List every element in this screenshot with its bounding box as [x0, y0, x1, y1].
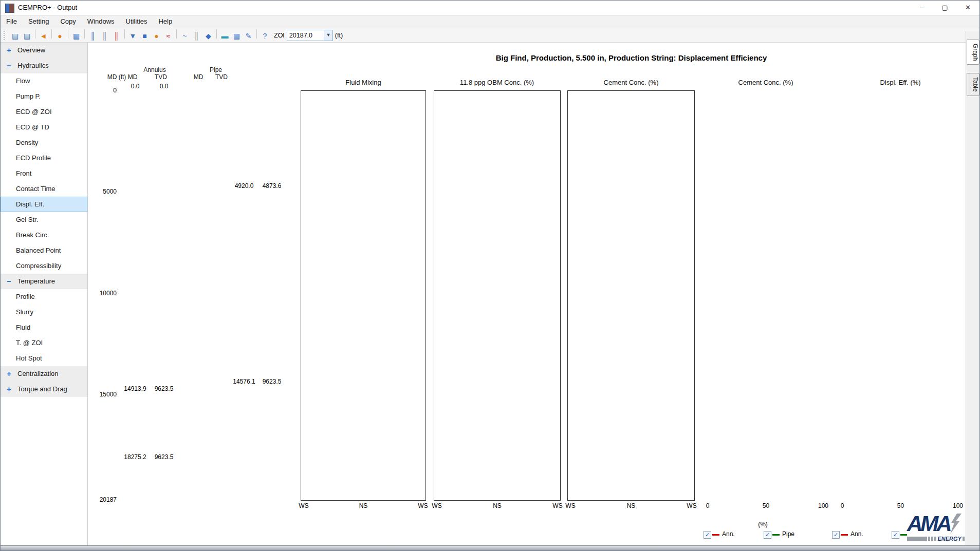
collapse-icon[interactable]: − — [7, 274, 11, 289]
sidebar-item-label: Temperature — [17, 277, 55, 285]
colorbar — [435, 515, 559, 523]
sidebar-item-label: ECD Profile — [16, 154, 51, 162]
sidebar-item-gel-str[interactable]: Gel Str. — [1, 212, 87, 227]
toolbar-separator — [176, 29, 177, 39]
sidebar-item-fluid[interactable]: Fluid — [1, 320, 87, 335]
export-report-icon[interactable]: ▤ — [10, 31, 21, 41]
casing-icon[interactable]: ║ — [99, 31, 110, 41]
zoi-label: ZOI — [274, 32, 285, 39]
expand-icon[interactable]: + — [7, 366, 11, 382]
depth-tick-label: 5000 — [96, 188, 117, 195]
sidebar-item-flow[interactable]: Flow — [1, 73, 87, 89]
close-button[interactable]: ✕ — [956, 1, 979, 15]
sidebar-item-slurry[interactable]: Slurry — [1, 305, 87, 320]
toolbar-separator — [256, 29, 257, 39]
menu-file[interactable]: File — [1, 15, 23, 28]
edit-icon[interactable]: ✎ — [243, 31, 254, 41]
sidebar-item-ecd-zoi[interactable]: ECD @ ZOI — [1, 104, 87, 120]
heatmap-fluid-mixing — [301, 90, 426, 501]
sidebar-item-displ-eff[interactable]: Displ. Eff. — [1, 197, 87, 212]
sidebar-item-label: Centralization — [17, 370, 59, 377]
axis-tick-label: 100 — [818, 502, 828, 509]
sidebar-item-compressibility[interactable]: Compressibility — [1, 258, 87, 274]
zoi-combobox[interactable]: 20187.0 ▼ — [287, 30, 333, 41]
sidebar-item-overview[interactable]: +Overview — [1, 43, 87, 58]
sidebar-item-centralization[interactable]: +Centralization — [1, 366, 87, 382]
pipe-flow-icon[interactable]: ║ — [191, 31, 202, 41]
panel-title-fluid-mixing: Fluid Mixing — [345, 79, 381, 86]
legend-dash — [712, 534, 719, 536]
table-icon[interactable]: ▦ — [231, 31, 242, 41]
animation-icon[interactable]: ▦ — [71, 31, 82, 41]
tank-icon[interactable]: ■ — [139, 31, 150, 41]
sidebar-item-front[interactable]: Front — [1, 166, 87, 181]
sidebar-item-ecd-profile[interactable]: ECD Profile — [1, 150, 87, 166]
ama-energy-logo: AMA ENERGY — [907, 514, 965, 546]
help-icon[interactable]: ? — [260, 31, 270, 41]
sidebar-item-temperature[interactable]: −Temperature — [1, 274, 87, 289]
status-bar — [1, 545, 979, 550]
title-bar: CEMPRO+ - Output – ▢ ✕ — [1, 1, 979, 15]
sidebar-item-balanced-point[interactable]: Balanced Point — [1, 243, 87, 258]
export-word-icon[interactable]: ▤ — [22, 31, 32, 41]
sidebar-item-contact-time[interactable]: Contact Time — [1, 181, 87, 197]
heatmap-x-label: NS — [493, 502, 502, 509]
sidebar-item-hot-spot[interactable]: Hot Spot — [1, 351, 87, 366]
legend-series-label: Ann. — [722, 530, 735, 538]
sidebar-item-label: Torque and Drag — [17, 385, 67, 393]
checkbox[interactable]: ✓ — [832, 531, 840, 539]
expand-icon[interactable]: + — [7, 43, 11, 58]
maximize-button[interactable]: ▢ — [933, 1, 956, 15]
drop-icon[interactable]: ◆ — [203, 31, 214, 41]
menu-setting[interactable]: Setting — [23, 15, 54, 28]
sidebar-item-density[interactable]: Density — [1, 135, 87, 150]
toolbar-grip[interactable] — [4, 31, 7, 40]
graph-title: Big Find, Production, 5.500 in, Producti… — [301, 53, 961, 62]
chart-icon[interactable]: ≈ — [163, 31, 174, 41]
menu-help[interactable]: Help — [153, 15, 178, 28]
fluid-front-icon[interactable]: ~ — [179, 31, 190, 41]
sidebar-item-label: ECD @ ZOI — [16, 108, 52, 116]
sidebar-item-ecd-td[interactable]: ECD @ TD — [1, 120, 87, 135]
lightning-bolt-icon — [950, 514, 961, 534]
sidebar-item-profile[interactable]: Profile — [1, 289, 87, 305]
expand-icon[interactable]: + — [7, 382, 11, 397]
heatmap-x-label: WS — [687, 502, 696, 509]
centralizer-icon[interactable]: ▼ — [127, 31, 138, 41]
volume-icon[interactable]: ● — [151, 31, 162, 41]
menu-copy[interactable]: Copy — [54, 15, 81, 28]
toolbar-separator — [84, 29, 85, 39]
chevron-down-icon[interactable]: ▼ — [324, 30, 332, 41]
checkbox[interactable]: ✓ — [892, 531, 899, 539]
heatmap-x-label: WS — [552, 502, 562, 509]
tab-table[interactable]: Table — [967, 73, 979, 96]
ruler-icon[interactable]: ▬ — [219, 31, 230, 41]
sidebar-item-label: Density — [16, 139, 38, 146]
checkbox[interactable]: ✓ — [704, 531, 711, 539]
wellbore-icon[interactable]: ║ — [87, 31, 98, 41]
heatmap-x-label: WS — [418, 502, 428, 509]
string-icon[interactable]: ║ — [111, 31, 122, 41]
sidebar-item-label: Compressibility — [16, 262, 61, 270]
menu-utilities[interactable]: Utilities — [120, 15, 153, 28]
legend-dash — [900, 534, 908, 536]
sidebar-item-hydraulics[interactable]: −Hydraulics — [1, 58, 87, 73]
sidebar-item-t-zoi[interactable]: T. @ ZOI — [1, 335, 87, 351]
sidebar-item-pump-p[interactable]: Pump P. — [1, 89, 87, 104]
heatmap-x-label: WS — [299, 502, 308, 509]
sidebar-item-torque-and-drag[interactable]: +Torque and Drag — [1, 382, 87, 397]
menu-windows[interactable]: Windows — [82, 15, 120, 28]
minimize-button[interactable]: – — [910, 1, 933, 15]
pump-schedule-icon[interactable]: ● — [54, 31, 65, 41]
panel-title-obm-conc: 11.8 ppg OBM Conc. (%) — [460, 79, 534, 86]
tab-graph[interactable]: Graph — [967, 40, 979, 65]
back-icon[interactable]: ◄ — [38, 31, 49, 41]
checkbox[interactable]: ✓ — [764, 531, 771, 539]
logo-sub-text: ENERGY — [937, 536, 961, 542]
sidebar-item-label: Gel Str. — [16, 216, 38, 223]
heatmap-x-label: WS — [565, 502, 575, 509]
app-window: CEMPRO+ - Output – ▢ ✕ FileSettingCopyWi… — [0, 0, 980, 551]
sidebar-item-break-circ[interactable]: Break Circ. — [1, 227, 87, 243]
collapse-icon[interactable]: − — [7, 58, 11, 73]
annotation-md-label: 0.0 — [131, 83, 140, 90]
